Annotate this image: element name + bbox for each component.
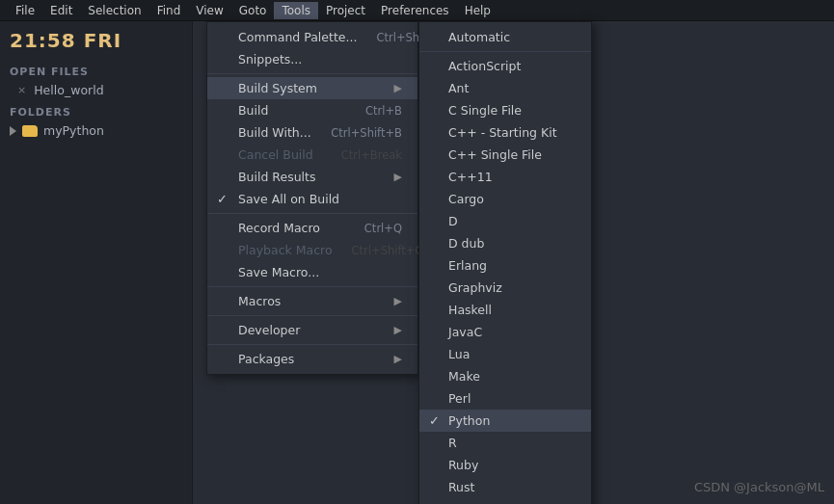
folders-section: FOLDERS <box>0 100 192 120</box>
submenu-shellscript[interactable]: ShellScript <box>419 498 591 504</box>
sidebar-folder-mypython[interactable]: myPython <box>0 120 192 141</box>
separator-4 <box>207 315 417 316</box>
cancel-build-label: Cancel Build <box>238 147 313 162</box>
menu-item-macros[interactable]: Macros ▶ <box>207 290 417 312</box>
save-all-on-build-label: Save All on Build <box>238 192 339 206</box>
submenu-graphviz[interactable]: Graphviz <box>419 277 591 299</box>
close-file-icon[interactable]: × <box>17 84 26 96</box>
c-single-file-label: C Single File <box>448 103 522 118</box>
developer-arrow-icon: ▶ <box>394 324 402 336</box>
perl-label: Perl <box>448 391 471 406</box>
rust-label: Rust <box>448 480 474 494</box>
menu-item-snippets[interactable]: Snippets... <box>207 48 417 70</box>
submenu-ruby[interactable]: Ruby <box>419 454 591 476</box>
submenu-cpp-single-file[interactable]: C++ Single File <box>419 144 591 166</box>
d-dub-label: D dub <box>448 236 484 251</box>
submenu-d-dub[interactable]: D dub <box>419 232 591 254</box>
playback-macro-shortcut: Ctrl+Shift+Q <box>352 244 424 257</box>
menu-item-build-system[interactable]: Build System ▶ <box>207 77 417 99</box>
record-macro-shortcut: Ctrl+Q <box>364 222 402 235</box>
submenu-erlang[interactable]: Erlang <box>419 254 591 277</box>
submenu-r[interactable]: R <box>419 432 591 454</box>
playback-macro-label: Playback Macro <box>238 243 333 257</box>
javac-label: JavaC <box>448 325 482 339</box>
sidebar: 21:58 FRI OPEN FILES × Hello_world FOLDE… <box>0 21 193 504</box>
submenu-rust[interactable]: Rust <box>419 476 591 498</box>
open-files-section: OPEN FILES <box>0 60 192 80</box>
menu-item-command-palette[interactable]: Command Palette... Ctrl+Shift+P <box>207 26 417 48</box>
submenu-cargo[interactable]: Cargo <box>419 188 591 210</box>
separator-3 <box>207 286 417 287</box>
snippets-label: Snippets... <box>238 52 302 66</box>
folder-icon <box>22 125 38 137</box>
sidebar-file-hello-world[interactable]: × Hello_world <box>0 80 192 100</box>
automatic-label: Automatic <box>448 30 510 44</box>
menu-project[interactable]: Project <box>318 2 373 19</box>
ruby-label: Ruby <box>448 458 478 472</box>
menu-item-save-all-on-build[interactable]: ✓ Save All on Build <box>207 188 417 210</box>
menu-item-record-macro[interactable]: Record Macro Ctrl+Q <box>207 217 417 239</box>
erlang-label: Erlang <box>448 258 487 273</box>
menu-item-developer[interactable]: Developer ▶ <box>207 319 417 341</box>
tools-dropdown-menu: Command Palette... Ctrl+Shift+P Snippets… <box>206 21 418 375</box>
build-with-label: Build With... <box>238 125 311 140</box>
submenu-lua[interactable]: Lua <box>419 343 591 365</box>
menu-item-cancel-build: Cancel Build Ctrl+Break <box>207 144 417 166</box>
submenu-cpp11[interactable]: C++11 <box>419 166 591 188</box>
menu-item-packages[interactable]: Packages ▶ <box>207 348 417 370</box>
submenu-c-single-file[interactable]: C Single File <box>419 99 591 121</box>
cpp-starting-kit-label: C++ - Starting Kit <box>448 125 557 140</box>
menu-file[interactable]: File <box>8 2 42 19</box>
menu-item-save-macro[interactable]: Save Macro... <box>207 261 417 283</box>
save-all-check-icon: ✓ <box>217 192 228 206</box>
separator-2 <box>207 213 417 214</box>
submenu-make[interactable]: Make <box>419 365 591 387</box>
menu-edit[interactable]: Edit <box>42 2 80 19</box>
menu-selection[interactable]: Selection <box>80 2 148 19</box>
file-name: Hello_world <box>34 83 103 97</box>
menu-tools[interactable]: Tools <box>274 2 318 19</box>
submenu-python[interactable]: ✓ Python <box>419 410 591 432</box>
submenu-cpp-starting-kit[interactable]: C++ - Starting Kit <box>419 121 591 144</box>
menu-item-build-results[interactable]: Build Results ▶ <box>207 166 417 188</box>
d-label: D <box>448 214 458 228</box>
menu-find[interactable]: Find <box>149 2 189 19</box>
menu-bar: File Edit Selection Find View Goto Tools… <box>8 2 498 19</box>
record-macro-label: Record Macro <box>238 221 320 235</box>
macros-arrow-icon: ▶ <box>394 295 402 307</box>
folder-name: myPython <box>43 123 104 138</box>
developer-label: Developer <box>238 323 300 337</box>
lua-label: Lua <box>448 347 470 361</box>
packages-arrow-icon: ▶ <box>394 353 402 365</box>
submenu-automatic[interactable]: Automatic <box>419 26 591 48</box>
ant-label: Ant <box>448 81 469 95</box>
python-label: Python <box>448 413 490 428</box>
build-system-arrow-icon: ▶ <box>394 82 402 94</box>
menu-item-build[interactable]: Build Ctrl+B <box>207 99 417 121</box>
cancel-build-shortcut: Ctrl+Break <box>341 148 402 162</box>
cargo-label: Cargo <box>448 192 484 206</box>
menu-item-build-with[interactable]: Build With... Ctrl+Shift+B <box>207 121 417 144</box>
clock-display: 21:58 FRI <box>0 21 192 60</box>
menu-preferences[interactable]: Preferences <box>373 2 457 19</box>
submenu-actionscript[interactable]: ActionScript <box>419 55 591 77</box>
haskell-label: Haskell <box>448 303 492 317</box>
submenu-javac[interactable]: JavaC <box>419 321 591 343</box>
build-system-submenu: Automatic ActionScript Ant C Single File… <box>418 21 592 504</box>
menu-goto[interactable]: Goto <box>231 2 275 19</box>
make-label: Make <box>448 369 480 384</box>
build-with-shortcut: Ctrl+Shift+B <box>331 126 402 140</box>
build-shortcut: Ctrl+B <box>365 104 402 118</box>
build-label: Build <box>238 103 268 118</box>
submenu-ant[interactable]: Ant <box>419 77 591 99</box>
title-bar: File Edit Selection Find View Goto Tools… <box>0 0 834 21</box>
submenu-d[interactable]: D <box>419 210 591 232</box>
cpp-single-file-label: C++ Single File <box>448 147 542 162</box>
packages-label: Packages <box>238 352 294 366</box>
menu-help[interactable]: Help <box>457 2 498 19</box>
menu-item-playback-macro: Playback Macro Ctrl+Shift+Q <box>207 239 417 261</box>
submenu-haskell[interactable]: Haskell <box>419 299 591 321</box>
submenu-perl[interactable]: Perl <box>419 387 591 410</box>
separator-1 <box>207 73 417 74</box>
menu-view[interactable]: View <box>188 2 230 19</box>
